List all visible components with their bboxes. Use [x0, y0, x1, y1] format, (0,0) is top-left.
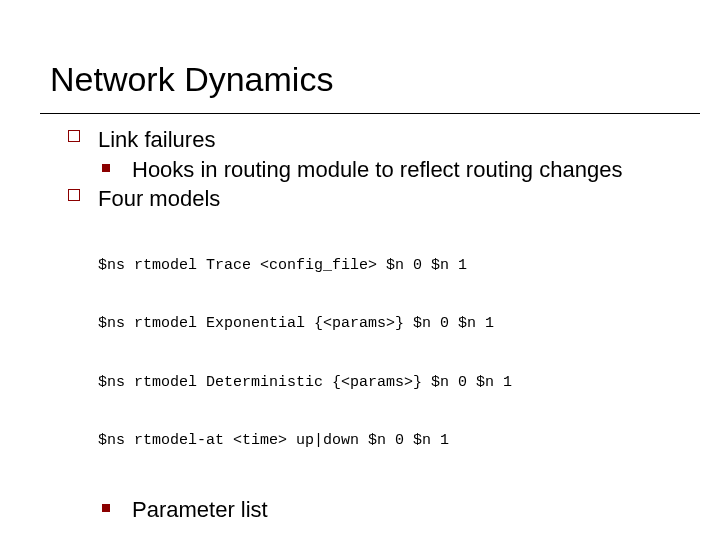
code-line: $ns rtmodel Trace <config_file> $n 0 $n …	[98, 256, 680, 276]
bullet-four-models: Four models	[68, 185, 680, 213]
bullet-text: Parameter list	[132, 497, 268, 522]
square-filled-icon	[102, 504, 110, 512]
bullet-text: Four models	[98, 186, 220, 211]
bullet-text: Hooks in routing module to reflect routi…	[132, 157, 622, 182]
slide-title: Network Dynamics	[50, 60, 680, 99]
title-underline	[40, 113, 700, 114]
bullet-hooks: Hooks in routing module to reflect routi…	[68, 156, 680, 184]
square-outline-icon	[68, 130, 80, 142]
slide-content: Link failures Hooks in routing module to…	[50, 126, 680, 540]
bullet-parameter-list: Parameter list	[68, 496, 680, 524]
square-filled-icon	[102, 164, 110, 172]
code-line: $ns rtmodel Exponential {<params>} $n 0 …	[98, 314, 680, 334]
bullet-text: Link failures	[98, 127, 215, 152]
code-line: $ns rtmodel-at <time> up|down $n 0 $n 1	[98, 431, 680, 451]
slide: Network Dynamics Link failures Hooks in …	[0, 0, 720, 540]
code-line: $ns rtmodel Deterministic {<params>} $n …	[98, 373, 680, 393]
square-outline-icon	[68, 189, 80, 201]
code-block-models: $ns rtmodel Trace <config_file> $n 0 $n …	[68, 217, 680, 490]
code-block-params: [<start>] <up_interval> <down_interval> …	[68, 527, 680, 540]
bullet-link-failures: Link failures	[68, 126, 680, 154]
